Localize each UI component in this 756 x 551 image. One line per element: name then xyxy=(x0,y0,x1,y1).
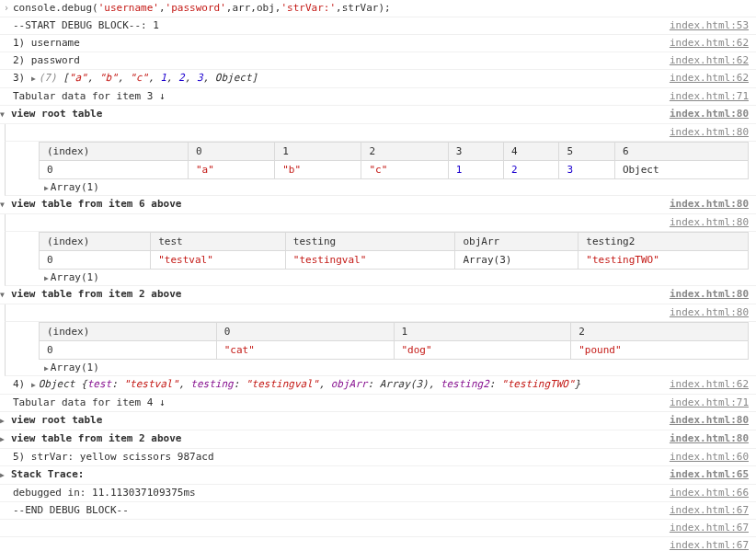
expand-icon[interactable] xyxy=(44,362,51,373)
source-link[interactable]: index.html:71 xyxy=(670,89,756,104)
expand-icon[interactable] xyxy=(31,72,39,84)
log-line: Tabular data for item 4 ↓ index.html:71 xyxy=(0,395,756,412)
source-link[interactable]: index.html:80 xyxy=(670,197,756,212)
group-header-root-table-collapsed[interactable]: view root table index.html:80 xyxy=(0,412,756,430)
code-fn: console.debug xyxy=(13,2,92,14)
log-line-blank: index.html:67 xyxy=(0,537,756,551)
table-row[interactable]: 0 "cat" "dog" "pound" xyxy=(40,341,749,360)
group-header-item6[interactable]: view table from item 6 above index.html:… xyxy=(0,196,756,214)
table-src-line: index.html:80 xyxy=(5,124,756,142)
console-input-line: › console.debug('username','password',ar… xyxy=(0,0,756,17)
source-link[interactable]: index.html:67 xyxy=(670,538,756,551)
prompt-icon: › xyxy=(0,1,13,16)
table-row[interactable]: 0 "a" "b" "c" 1 2 3 Object xyxy=(40,161,749,179)
group-header-root-table[interactable]: view root table index.html:80 xyxy=(0,106,756,124)
table-src-line: index.html:80 xyxy=(5,214,756,232)
source-link[interactable]: index.html:67 xyxy=(670,521,756,535)
table-row[interactable]: 0 "testval" "testingval" Array(3) "testi… xyxy=(40,251,749,270)
expand-icon[interactable] xyxy=(0,413,11,429)
source-link[interactable]: index.html:65 xyxy=(670,467,756,482)
group-header-stack-trace[interactable]: Stack Trace: index.html:65 xyxy=(0,466,756,485)
log-line-object[interactable]: 4) Object {test: "testval", testing: "te… xyxy=(0,376,756,395)
source-link[interactable]: index.html:62 xyxy=(670,53,756,68)
source-link[interactable]: index.html:62 xyxy=(670,377,756,392)
expand-icon[interactable] xyxy=(0,431,11,447)
source-link[interactable]: index.html:80 xyxy=(670,413,756,428)
array-summary[interactable]: Array(1) xyxy=(6,360,756,375)
log-line-start: --START DEBUG BLOCK--: 1 index.html:53 xyxy=(0,17,756,35)
log-line: 5) strVar: yellow scissors 987acd index.… xyxy=(0,449,756,466)
expand-icon[interactable] xyxy=(0,467,11,483)
log-line: 1) username index.html:62 xyxy=(0,35,756,52)
source-link[interactable]: index.html:53 xyxy=(670,18,756,33)
collapse-icon[interactable] xyxy=(0,287,11,303)
source-link[interactable]: index.html:80 xyxy=(670,431,756,446)
log-line-blank: index.html:67 xyxy=(0,520,756,537)
source-link[interactable]: index.html:62 xyxy=(670,71,756,86)
expand-icon[interactable] xyxy=(44,271,51,283)
array-summary[interactable]: Array(1) xyxy=(6,179,756,195)
log-line: 2) password index.html:62 xyxy=(0,52,756,70)
source-link[interactable]: index.html:80 xyxy=(670,287,756,302)
expand-icon[interactable] xyxy=(31,378,39,390)
collapse-icon[interactable] xyxy=(0,197,11,212)
collapse-icon[interactable] xyxy=(0,107,11,122)
array-summary[interactable]: Array(1) xyxy=(6,270,756,285)
console-table-root[interactable]: (index) 0 1 2 3 4 5 6 0 "a" "b" "c" 1 2 … xyxy=(39,142,749,179)
table-header-row: (index) test testing objArr testing2 xyxy=(40,233,749,251)
group-header-item2[interactable]: view table from item 2 above index.html:… xyxy=(0,286,756,304)
console-table-item6[interactable]: (index) test testing objArr testing2 0 "… xyxy=(39,232,749,270)
source-link[interactable]: index.html:62 xyxy=(670,36,756,51)
table-header-row: (index) 0 1 2 3 4 5 6 xyxy=(40,143,749,161)
source-link[interactable]: index.html:67 xyxy=(670,503,756,518)
group-header-item2-collapsed[interactable]: view table from item 2 above index.html:… xyxy=(0,430,756,449)
source-link[interactable]: index.html:60 xyxy=(670,450,756,465)
log-line: Tabular data for item 3 ↓ index.html:71 xyxy=(0,88,756,106)
source-link[interactable]: index.html:80 xyxy=(670,305,756,320)
console-table-item2[interactable]: (index) 0 1 2 0 "cat" "dog" "pound" xyxy=(39,322,749,360)
source-link[interactable]: index.html:66 xyxy=(670,486,756,500)
table-src-line: index.html:80 xyxy=(5,304,756,322)
expand-icon[interactable] xyxy=(44,181,51,193)
log-line-end: --END DEBUG BLOCK-- index.html:67 xyxy=(0,502,756,520)
table-header-row: (index) 0 1 2 xyxy=(40,323,749,341)
source-link[interactable]: index.html:71 xyxy=(670,396,756,410)
source-link[interactable]: index.html:80 xyxy=(670,107,756,121)
source-link[interactable]: index.html:80 xyxy=(670,215,756,230)
log-line-timing: debugged in: 11.113037109375ms index.htm… xyxy=(0,485,756,502)
source-link[interactable]: index.html:80 xyxy=(670,125,756,140)
log-line-array[interactable]: 3) (7) ["a", "b", "c", 1, 2, 3, Object] … xyxy=(0,70,756,88)
